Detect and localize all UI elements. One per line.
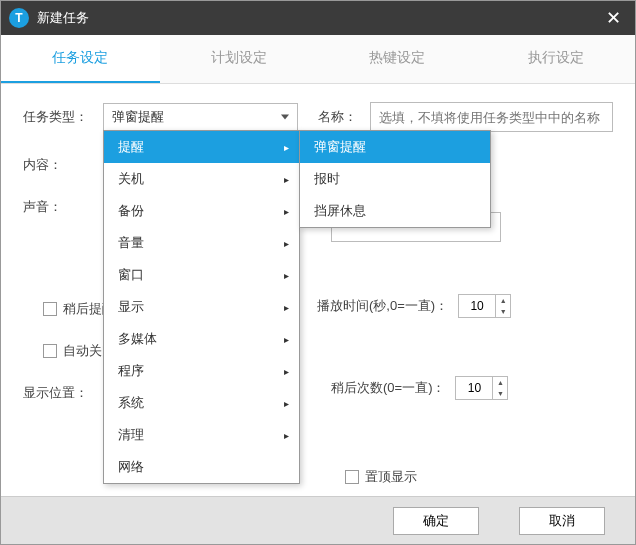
later-count-label: 稍后次数(0=一直)：: [331, 379, 445, 397]
later-count-value[interactable]: [456, 377, 492, 399]
dropdown-item-label: 窗口: [118, 266, 144, 284]
dropdown-item-label: 网络: [118, 458, 144, 476]
titlebar: T 新建任务 ✕: [1, 1, 635, 35]
tab-task-settings[interactable]: 任务设定: [1, 35, 160, 83]
auto-close-checkbox[interactable]: [43, 344, 57, 358]
row-later-count: 稍后次数(0=一直)： ▲ ▼: [331, 376, 613, 400]
submenu-item-time-announce[interactable]: 报时: [300, 163, 490, 195]
later-count-spinner[interactable]: ▲ ▼: [455, 376, 508, 400]
task-type-dropdown: 提醒 ▸ 关机 ▸ 备份 ▸ 音量 ▸ 窗口 ▸ 显示 ▸: [103, 130, 300, 484]
dropdown-item-label: 提醒: [118, 138, 144, 156]
playtime-value[interactable]: [459, 295, 495, 317]
app-icon: T: [9, 8, 29, 28]
dropdown-item-remind[interactable]: 提醒 ▸: [104, 131, 299, 163]
sound-label: 声音：: [23, 198, 103, 216]
close-icon[interactable]: ✕: [599, 4, 627, 32]
chevron-right-icon: ▸: [284, 334, 289, 345]
row-playtime: 播放时间(秒,0=一直)： ▲ ▼: [317, 294, 613, 318]
topmost-checkbox[interactable]: [345, 470, 359, 484]
chevron-right-icon: ▸: [284, 238, 289, 249]
tab-schedule-settings[interactable]: 计划设定: [160, 35, 319, 83]
chevron-right-icon: ▸: [284, 142, 289, 153]
arrow-up-icon[interactable]: ▲: [496, 295, 510, 306]
dropdown-item-label: 备份: [118, 202, 144, 220]
dialog-window: T 新建任务 ✕ 任务设定 计划设定 热键设定 执行设定 任务类型： 弹窗提醒 …: [0, 0, 636, 545]
cancel-button[interactable]: 取消: [519, 507, 605, 535]
dropdown-item-label: 程序: [118, 362, 144, 380]
dropdown-item-label: 显示: [118, 298, 144, 316]
dropdown-item-label: 音量: [118, 234, 144, 252]
position-label: 显示位置：: [23, 384, 103, 402]
submenu-item-popup-remind[interactable]: 弹窗提醒: [300, 131, 490, 163]
dropdown-item-multimedia[interactable]: 多媒体 ▸: [104, 323, 299, 355]
tab-hotkey-settings[interactable]: 热键设定: [318, 35, 477, 83]
dropdown-item-network[interactable]: 网络: [104, 451, 299, 483]
chevron-down-icon: [281, 115, 289, 120]
content-label: 内容：: [23, 156, 103, 174]
playtime-spinner[interactable]: ▲ ▼: [458, 294, 511, 318]
dropdown-item-cleanup[interactable]: 清理 ▸: [104, 419, 299, 451]
dropdown-item-window[interactable]: 窗口 ▸: [104, 259, 299, 291]
playtime-label: 播放时间(秒,0=一直)：: [317, 297, 448, 315]
chevron-right-icon: ▸: [284, 174, 289, 185]
task-type-label: 任务类型：: [23, 108, 103, 126]
dropdown-item-display[interactable]: 显示 ▸: [104, 291, 299, 323]
chevron-right-icon: ▸: [284, 302, 289, 313]
arrow-down-icon[interactable]: ▼: [496, 306, 510, 317]
task-type-value: 弹窗提醒: [112, 108, 164, 126]
arrow-up-icon[interactable]: ▲: [493, 377, 507, 388]
chevron-right-icon: ▸: [284, 398, 289, 409]
task-type-combo[interactable]: 弹窗提醒: [103, 103, 298, 131]
chevron-right-icon: ▸: [284, 430, 289, 441]
arrow-down-icon[interactable]: ▼: [493, 388, 507, 399]
submenu-item-screen-rest[interactable]: 挡屏休息: [300, 195, 490, 227]
dropdown-item-label: 系统: [118, 394, 144, 412]
tab-execute-settings[interactable]: 执行设定: [477, 35, 636, 83]
spinner-arrows: ▲ ▼: [495, 295, 510, 317]
row-topmost: 置顶显示: [345, 468, 613, 486]
footer: 确定 取消: [1, 496, 635, 544]
dropdown-item-program[interactable]: 程序 ▸: [104, 355, 299, 387]
spinner-arrows: ▲ ▼: [492, 377, 507, 399]
chevron-right-icon: ▸: [284, 270, 289, 281]
dropdown-item-shutdown[interactable]: 关机 ▸: [104, 163, 299, 195]
chevron-right-icon: ▸: [284, 366, 289, 377]
dropdown-item-volume[interactable]: 音量 ▸: [104, 227, 299, 259]
content-area: 任务类型： 弹窗提醒 名称： 内容： 声音： 稍后提醒 自动关闭 显示位置：: [1, 84, 635, 504]
dropdown-item-label: 多媒体: [118, 330, 157, 348]
dropdown-item-system[interactable]: 系统 ▸: [104, 387, 299, 419]
topmost-label: 置顶显示: [365, 468, 417, 486]
dropdown-item-label: 清理: [118, 426, 144, 444]
task-type-submenu: 弹窗提醒 报时 挡屏休息: [299, 130, 491, 228]
chevron-right-icon: ▸: [284, 206, 289, 217]
dropdown-item-backup[interactable]: 备份 ▸: [104, 195, 299, 227]
dropdown-item-label: 关机: [118, 170, 144, 188]
window-title: 新建任务: [37, 9, 599, 27]
ok-button[interactable]: 确定: [393, 507, 479, 535]
later-remind-checkbox[interactable]: [43, 302, 57, 316]
tab-bar: 任务设定 计划设定 热键设定 执行设定: [1, 35, 635, 84]
